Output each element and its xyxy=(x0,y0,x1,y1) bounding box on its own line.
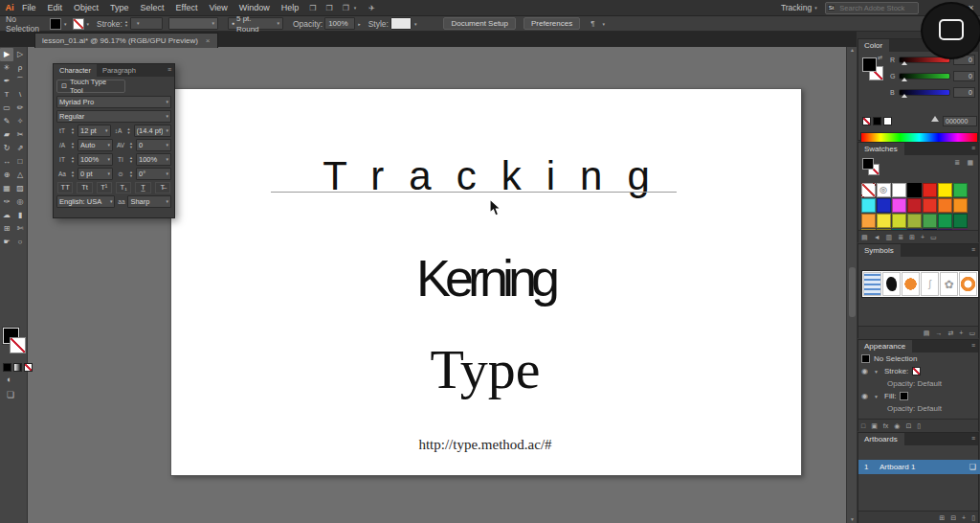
screen-mode-icon[interactable]: ❏ xyxy=(7,390,14,399)
stroke-weight-stepper[interactable]: ▲▼ xyxy=(124,20,128,28)
new-swatch-icon[interactable]: + xyxy=(918,234,927,240)
duplicate-item-icon[interactable]: ⊡ xyxy=(902,422,914,430)
swatch[interactable] xyxy=(953,198,968,213)
color-themes-icon[interactable]: ◄ xyxy=(871,234,883,240)
swatch[interactable] xyxy=(953,183,968,197)
variable-width-profile-select[interactable]: ▾ xyxy=(168,17,218,30)
swatch-libraries-icon[interactable]: ▤ xyxy=(858,234,871,241)
symbol-orange-dot[interactable] xyxy=(902,272,920,296)
panel-menu-icon[interactable]: ≡ xyxy=(971,342,975,349)
tab-symbols[interactable]: Symbols xyxy=(858,244,901,257)
gradient-mode-button[interactable] xyxy=(13,363,22,372)
channel-value[interactable]: 0 xyxy=(953,87,975,98)
add-effect-icon[interactable]: fx xyxy=(880,422,891,429)
perspective-grid-tool[interactable]: △ xyxy=(13,169,27,182)
kerning-stepper[interactable]: ▲▼ xyxy=(71,142,75,149)
stroke-caret-icon[interactable]: ▾ xyxy=(87,21,90,27)
width-tool[interactable]: ↔ xyxy=(0,155,13,169)
swatch[interactable] xyxy=(861,214,876,228)
menu-item[interactable]: Select xyxy=(135,3,170,12)
swatch-none[interactable] xyxy=(861,183,876,197)
kerning-text[interactable]: Kerning xyxy=(170,252,800,304)
panel-menu-icon[interactable]: ≡ xyxy=(971,145,975,151)
swatch[interactable] xyxy=(892,183,906,197)
place-symbol-icon[interactable]: → xyxy=(932,330,945,336)
case-style-button[interactable]: T¹ xyxy=(97,182,112,193)
none-color-button[interactable] xyxy=(862,117,871,125)
drawing-mode-icon[interactable]: ◐ xyxy=(7,375,11,384)
swatch[interactable] xyxy=(907,183,922,197)
swatch-kinds-icon[interactable]: ▥ xyxy=(883,234,896,241)
symbol-ribbon[interactable] xyxy=(863,272,881,296)
visibility-eye-icon[interactable]: ◉ xyxy=(861,367,870,375)
delete-symbol-icon[interactable]: ▭ xyxy=(966,330,978,337)
tab-character[interactable]: Character xyxy=(54,64,97,77)
style-swatch[interactable] xyxy=(390,17,412,30)
align-caret-icon[interactable]: ▾ xyxy=(602,21,605,27)
color-fill-swatch[interactable] xyxy=(862,57,877,72)
symbol-sprayer-tool[interactable]: ☁ xyxy=(0,209,13,222)
slider-thumb-icon[interactable] xyxy=(902,94,907,98)
new-symbol-icon[interactable]: + xyxy=(956,330,966,336)
mini-fill-swatch[interactable] xyxy=(862,158,874,170)
fill-caret-icon[interactable]: ▾ xyxy=(64,21,67,27)
case-style-button[interactable]: T̶ xyxy=(155,182,170,193)
opacity-expand-icon[interactable]: ▸ xyxy=(358,21,361,27)
swatch[interactable] xyxy=(938,183,952,197)
symbol-libraries-icon[interactable]: ▤ xyxy=(921,330,933,337)
tracking-stepper[interactable]: ▲▼ xyxy=(129,142,133,149)
leading-stepper[interactable]: ▲▼ xyxy=(127,127,131,135)
delete-swatch-icon[interactable]: ▭ xyxy=(927,234,940,241)
menu-item[interactable]: Help xyxy=(276,3,305,12)
stock-search-box[interactable]: St xyxy=(825,2,919,14)
slider-thumb-icon[interactable] xyxy=(902,61,907,65)
horizontal-scale-stepper[interactable]: ▲▼ xyxy=(129,156,133,164)
touch-type-tool-button[interactable]: ⊡ Touch Type Tool xyxy=(56,80,125,93)
stroke-row-label[interactable]: Stroke: xyxy=(884,367,908,375)
font-family-select[interactable]: Myriad Pro▾ xyxy=(56,96,171,108)
document-icon[interactable]: ❒ xyxy=(304,4,321,12)
slider-thumb-icon[interactable] xyxy=(902,78,907,81)
swatch[interactable] xyxy=(892,198,906,213)
fill-opacity[interactable]: Opacity: Default xyxy=(887,404,942,413)
channel-slider[interactable] xyxy=(899,73,950,80)
chevron-down-icon[interactable]: ▼ xyxy=(874,394,880,399)
leading-input[interactable]: (14.4 pt)▾ xyxy=(134,125,171,137)
tab-artboards[interactable]: Artboards xyxy=(858,433,904,445)
paintbrush-tool[interactable]: ✏ xyxy=(13,102,27,115)
eraser-tool[interactable]: ▰ xyxy=(0,128,13,142)
color-mode-button[interactable] xyxy=(3,363,11,372)
artboard-row[interactable]: 1 Artboard 1 ❏ xyxy=(858,460,980,474)
fill-row-label[interactable]: Fill: xyxy=(884,392,896,400)
workspace-caret-icon[interactable]: ▾ xyxy=(814,5,817,11)
panel-menu-icon[interactable]: ≡ xyxy=(971,435,975,442)
rearrange-artboards-icon[interactable]: ⊞ xyxy=(936,514,947,522)
white-button[interactable] xyxy=(883,117,892,125)
vertical-scale-input[interactable]: 100%▾ xyxy=(78,153,113,166)
stroke-indicator[interactable] xyxy=(10,337,26,353)
blend-tool[interactable]: ◎ xyxy=(13,195,27,209)
gamut-warning-icon[interactable] xyxy=(931,116,939,122)
menu-item[interactable]: Window xyxy=(234,3,276,12)
artboard-name[interactable]: Artboard 1 xyxy=(880,463,969,471)
arrange-documents-caret-icon[interactable]: ▾ xyxy=(354,5,357,11)
tab-close-icon[interactable]: × xyxy=(206,36,211,45)
swatch-registration[interactable] xyxy=(877,183,891,197)
swap-fill-stroke-icon[interactable]: ⇄ xyxy=(878,54,882,60)
delete-artboard-icon[interactable]: ▯ xyxy=(969,514,978,522)
mesh-tool[interactable]: ▦ xyxy=(0,182,13,195)
case-style-button[interactable]: T₁ xyxy=(116,182,131,193)
swatch[interactable] xyxy=(923,214,937,228)
tab-appearance[interactable]: Appearance xyxy=(858,340,912,352)
new-fill-icon[interactable]: ▣ xyxy=(868,422,880,430)
menu-item[interactable]: Effect xyxy=(170,3,204,12)
type-text[interactable]: Type xyxy=(170,342,800,398)
direct-selection-tool[interactable]: ▷ xyxy=(13,48,27,61)
share-icon[interactable]: ✈ xyxy=(364,4,380,12)
list-view-icon[interactable]: ≣ xyxy=(951,159,963,167)
swatch[interactable] xyxy=(892,214,906,228)
swatch[interactable] xyxy=(907,198,922,213)
eyedropper-tool[interactable]: ✑ xyxy=(0,195,13,209)
tracking-input[interactable]: 0▾ xyxy=(136,139,171,151)
character-panel[interactable]: Character Paragraph ≡ ⊡ Touch Type Tool … xyxy=(53,63,175,218)
